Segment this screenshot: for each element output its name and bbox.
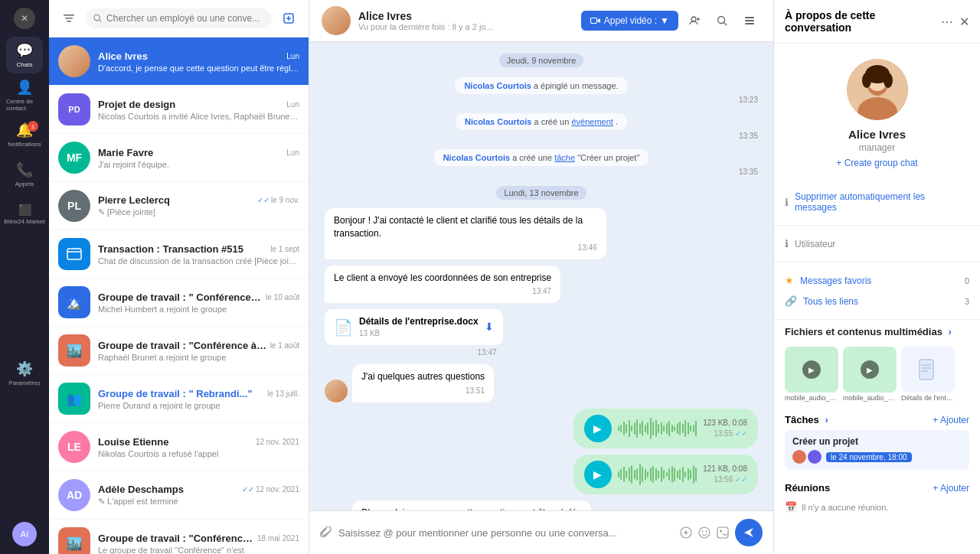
- reunions-add-button[interactable]: + Ajouter: [933, 483, 969, 494]
- sidebar-item-chats[interactable]: 💬 Chats: [6, 37, 43, 73]
- sys-event-time: 13:35: [325, 132, 758, 140]
- create-group-chat-link[interactable]: + Create group chat: [836, 158, 917, 168]
- sidebar-item-notifications[interactable]: 🔔 1 Notifications: [6, 116, 43, 153]
- chat-time-marie: Lun: [286, 148, 299, 157]
- auto-delete-link[interactable]: Supprimer automatiquement les messages: [795, 191, 969, 213]
- chat-header-name: Alice Ivres: [358, 10, 573, 22]
- svg-point-23: [702, 531, 704, 533]
- calls-label: Appels: [15, 181, 34, 187]
- svg-point-26: [720, 530, 722, 533]
- user-row: ℹ Utilisateur: [785, 233, 969, 254]
- chat-name-louise: Louise Etienne: [98, 436, 168, 448]
- chat-preview-alice: D'accord, je pense que cette question pe…: [98, 64, 299, 73]
- sidebar-item-bitrix[interactable]: ⬛ Bitrix24.Market: [6, 196, 43, 233]
- chat-item-gtconf2[interactable]: 🏙️ Groupe de travail : "Conférence à ...…: [49, 327, 309, 375]
- new-chat-button[interactable]: [278, 8, 299, 29]
- svg-point-3: [94, 15, 100, 20]
- chat-header-status: Vu pour la dernière fois : Il y a 2 jo..…: [358, 22, 493, 31]
- sys-task-name: "Créer un projet": [577, 153, 639, 162]
- messages-area: Jeudi, 9 novembre Nicolas Courtois a épi…: [309, 42, 773, 510]
- msg-bubble-file: 📄 Détails de l'entreprise.docx 13 KB ⬇ 1…: [325, 309, 503, 358]
- contact-label: Centre de contact: [6, 98, 43, 112]
- menu-button[interactable]: [738, 9, 761, 32]
- media-play-audio1[interactable]: ▶: [802, 360, 821, 379]
- media-doc-thumb[interactable]: [901, 347, 955, 393]
- tasks-arrow[interactable]: ›: [825, 414, 828, 425]
- chat-item-gtconf1[interactable]: 🏔️ Groupe de travail : " Conférence ..."…: [49, 279, 309, 327]
- filter-button[interactable]: [58, 8, 80, 29]
- chat-item-adele[interactable]: AD Adèle Deschamps ✓✓12 nov. 2021 ✎ L'ap…: [49, 471, 309, 520]
- media-audio1-thumb[interactable]: ▶: [785, 347, 838, 393]
- media-play-audio2[interactable]: ▶: [861, 360, 879, 379]
- search-box[interactable]: [86, 8, 272, 28]
- sticker-icon[interactable]: [717, 526, 729, 539]
- sidebar-item-contact[interactable]: 👤 Centre de contact: [6, 77, 43, 113]
- chat-main: Alice Ivres Vu pour la dernière fois : I…: [309, 0, 773, 554]
- chat-name-alice: Alice Ivres: [98, 51, 148, 62]
- chat-item-rebrandi[interactable]: 👥 Groupe de travail : " Rebrandi..." le …: [49, 375, 309, 423]
- more-options-button[interactable]: ⋯: [941, 15, 953, 29]
- chats-icon: 💬: [16, 42, 33, 59]
- tasks-add-button[interactable]: + Ajouter: [933, 415, 969, 425]
- favorite-messages-section: ★ Messages favoris 0 🔗 Tous les liens 3: [774, 262, 980, 320]
- chat-item-alice[interactable]: Alice Ivres Lun D'accord, je pense que c…: [49, 37, 309, 86]
- user-section-icon: ℹ: [785, 238, 789, 249]
- send-button[interactable]: [735, 519, 763, 546]
- chat-name-gtconf1: Groupe de travail : " Conférence ...": [98, 292, 263, 303]
- chat-info-marie: Marie Favre Lun J'ai rejoint l'équipe.: [98, 147, 299, 169]
- chat-info-gtconf3: Groupe de travail : "Conférenc..." 18 ma…: [98, 533, 299, 555]
- user-label: Utilisateur: [795, 239, 835, 249]
- sidebar-item-settings[interactable]: ⚙️ Paramètres: [6, 355, 43, 392]
- media-section-arrow[interactable]: ›: [949, 326, 952, 337]
- favorite-messages-row[interactable]: ★ Messages favoris 0: [785, 270, 969, 291]
- chat-item-marie[interactable]: MF Marie Favre Lun J'ai rejoint l'équipe…: [49, 134, 309, 182]
- chat-item-transaction[interactable]: Transaction : Transaction #515 le 1 sept…: [49, 230, 309, 279]
- chat-item-pd[interactable]: PD Projet de design Lun Nicolas Courtois…: [49, 86, 309, 134]
- chat-input[interactable]: [338, 527, 674, 539]
- event-link[interactable]: événement: [571, 117, 612, 126]
- add-member-button[interactable]: [683, 9, 706, 32]
- user-avatar[interactable]: AI: [12, 522, 37, 546]
- tasks-section: Tâches › + Ajouter Créer un projet le 24…: [774, 408, 980, 476]
- app-close-button[interactable]: ✕: [14, 8, 35, 29]
- right-panel: À propos de cette conversation ⋯ ✕ Alice…: [773, 0, 980, 554]
- chat-name-gtconf2: Groupe de travail : "Conférence à ...": [98, 340, 267, 351]
- contact-icon: 👤: [16, 79, 33, 96]
- audio-play-button-2[interactable]: ▶: [584, 461, 612, 488]
- sidebar-item-calls[interactable]: 📞 Appels: [6, 156, 43, 193]
- download-button[interactable]: ⬇: [485, 320, 494, 335]
- task-link[interactable]: tâche: [554, 153, 575, 162]
- date-divider-thursday: Jeudi, 9 novembre: [325, 56, 758, 65]
- video-call-button[interactable]: Appel vidéo : ▼: [581, 11, 678, 31]
- auto-delete-row[interactable]: ℹ Supprimer automatiquement les messages: [785, 187, 969, 217]
- emoji-icon[interactable]: [698, 526, 710, 539]
- msg-time-2: 13:47: [334, 286, 551, 297]
- audio-play-button-1[interactable]: ▶: [584, 415, 612, 442]
- right-panel-close-button[interactable]: ✕: [959, 15, 969, 29]
- all-links-row[interactable]: 🔗 Tous les liens 3: [785, 291, 969, 311]
- media-audio2-thumb[interactable]: ▶: [843, 347, 897, 393]
- search-in-chat-button[interactable]: [710, 9, 733, 32]
- bitrix-icon: ⬛: [18, 204, 31, 216]
- chat-avatar-louise: LE: [58, 431, 90, 463]
- chat-time-adele: ✓✓12 nov. 2021: [242, 485, 299, 494]
- chat-item-gtconf3[interactable]: 🏙️ Groupe de travail : "Conférenc..." 18…: [49, 520, 309, 554]
- svg-point-22: [699, 527, 710, 538]
- chat-avatar-pd: PD: [58, 93, 90, 125]
- search-input[interactable]: [106, 13, 264, 24]
- msg-row-2: Le client a envoyé les coordonnées de so…: [325, 266, 758, 304]
- sys-task-time: 13:35: [325, 168, 758, 176]
- chat-item-louise[interactable]: LE Louise Etienne 12 nov. 2021 Nikolas C…: [49, 423, 309, 471]
- system-msg-task: Nicolas Courtois a créé une tâche "Créer…: [325, 149, 758, 176]
- favorite-messages-link[interactable]: Messages favoris: [800, 275, 871, 286]
- chat-item-pierre[interactable]: PL Pierre Leclercq ✓✓le 9 nov. ✎ [Pièce …: [49, 182, 309, 230]
- chat-avatar-gtconf1: 🏔️: [58, 286, 90, 318]
- plus-icon[interactable]: [680, 526, 692, 539]
- auto-delete-section: ℹ Supprimer automatiquement les messages: [774, 179, 980, 226]
- task-item-1[interactable]: Créer un projet le 24 novembre, 18:00: [785, 430, 969, 470]
- chat-preview-pd: Nicolas Courtois a invité Alice Ivres, R…: [98, 112, 299, 121]
- msg-row-file: 📄 Détails de l'entreprise.docx 13 KB ⬇ 1…: [325, 309, 758, 358]
- tasks-label: Tâches ›: [785, 414, 828, 425]
- svg-rect-1: [65, 18, 73, 19]
- all-links-link[interactable]: Tous les liens: [803, 296, 858, 307]
